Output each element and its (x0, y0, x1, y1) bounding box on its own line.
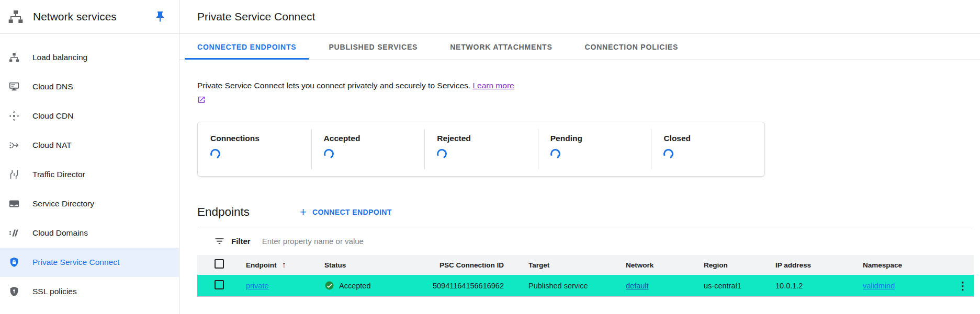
stat-connections: Connections (198, 122, 311, 176)
filter-icon[interactable] (214, 236, 225, 247)
sidebar-item-load-balancing[interactable]: Load balancing (0, 43, 179, 72)
select-all-checkbox-cell (197, 259, 246, 271)
sidebar-item-cloud-cdn[interactable]: Cloud CDN (0, 101, 179, 131)
filter-bar: Filter (197, 227, 974, 255)
row-actions-cell: ⋮ (958, 281, 975, 291)
status-cell: Accepted (324, 281, 412, 290)
sort-ascending-icon: ↑ (281, 260, 286, 270)
endpoints-table: Filter Endpoint ↑ Status PSC Connection … (197, 227, 974, 297)
row-checkbox-cell (197, 280, 246, 291)
sidebar-item-private-service-connect[interactable]: Private Service Connect (0, 248, 179, 277)
load-balancing-icon (8, 51, 20, 64)
stat-label: Rejected (437, 134, 538, 143)
cloud-domains-icon (8, 227, 20, 239)
endpoints-header-row: Endpoints + CONNECT ENDPOINT (197, 203, 980, 222)
table-row: private Accepted 50941164156616962 Publi… (197, 275, 974, 297)
connect-endpoint-button-label: CONNECT ENDPOINT (312, 208, 392, 216)
column-header-network[interactable]: Network (626, 261, 704, 269)
stat-closed: Closed (651, 122, 764, 176)
row-checkbox[interactable] (215, 280, 224, 289)
stat-label: Closed (663, 134, 764, 143)
column-header-region[interactable]: Region (704, 261, 775, 269)
connect-endpoint-button[interactable]: + CONNECT ENDPOINT (300, 206, 392, 218)
service-directory-icon (8, 197, 20, 210)
description-text: Private Service Connect lets you connect… (197, 81, 470, 90)
sidebar-item-label: Cloud Domains (32, 228, 88, 238)
sidebar-item-label: Service Directory (32, 199, 94, 208)
sidebar-item-ssl-policies[interactable]: SSL policies (0, 277, 179, 306)
cloud-dns-icon (8, 80, 20, 93)
namespace-link[interactable]: validmind (863, 282, 895, 290)
page-title: Private Service Connect (197, 10, 315, 23)
sidebar: Network services Load balancing Cloud DN… (0, 0, 179, 314)
sidebar-item-label: Cloud CDN (32, 111, 73, 121)
tab-network-attachments[interactable]: NETWORK ATTACHMENTS (437, 34, 565, 60)
network-services-icon (7, 8, 24, 25)
tab-connected-endpoints[interactable]: CONNECTED ENDPOINTS (185, 34, 309, 60)
target-cell: Published service (528, 282, 626, 290)
learn-more-link[interactable]: Learn more (472, 81, 514, 90)
stat-label: Accepted (324, 134, 425, 143)
traffic-director-icon (8, 168, 20, 181)
sidebar-item-label: Cloud DNS (32, 82, 73, 91)
accepted-check-icon (324, 281, 334, 290)
column-header-status[interactable]: Status (324, 261, 412, 269)
loading-spinner-icon (322, 147, 335, 160)
loading-spinner-icon (436, 147, 448, 160)
table-header-row: Endpoint ↑ Status PSC Connection ID Targ… (197, 255, 974, 275)
column-header-namespace[interactable]: Namespace (863, 261, 958, 269)
shield-key-icon (8, 285, 20, 298)
kebab-menu-icon[interactable]: ⋮ (958, 280, 968, 292)
stat-pending: Pending (538, 122, 651, 176)
stat-label: Pending (550, 134, 651, 143)
select-all-checkbox[interactable] (215, 259, 224, 269)
sidebar-item-label: Traffic Director (32, 170, 85, 179)
endpoints-heading: Endpoints (197, 205, 250, 219)
cloud-nat-icon (8, 139, 20, 152)
sidebar-item-label: Cloud NAT (32, 141, 72, 150)
sidebar-header: Network services (0, 0, 179, 34)
column-header-ip-address[interactable]: IP address (775, 261, 863, 269)
sidebar-item-traffic-director[interactable]: Traffic Director (0, 160, 179, 189)
cloud-cdn-icon (8, 110, 20, 122)
loading-spinner-icon (209, 147, 221, 160)
open-in-new-icon[interactable] (197, 96, 206, 104)
push-pin-icon[interactable] (154, 10, 166, 23)
connection-stats-card: Connections Accepted Rejected Pending Cl… (197, 122, 765, 177)
status-text: Accepted (339, 282, 370, 290)
loading-spinner-icon (549, 147, 561, 160)
sidebar-title: Network services (33, 10, 117, 23)
region-cell: us-central1 (704, 282, 775, 290)
loading-spinner-icon (662, 147, 675, 160)
column-header-psc-connection-id[interactable]: PSC Connection ID (412, 261, 528, 269)
sidebar-item-cloud-nat[interactable]: Cloud NAT (0, 131, 179, 160)
shield-lock-icon (8, 256, 20, 269)
stat-rejected: Rejected (424, 122, 538, 176)
tab-bar: CONNECTED ENDPOINTS PUBLISHED SERVICES N… (179, 34, 980, 60)
main-content: Private Service Connect CONNECTED ENDPOI… (179, 0, 980, 314)
tab-published-services[interactable]: PUBLISHED SERVICES (316, 34, 430, 60)
network-link[interactable]: default (626, 282, 649, 290)
filter-label: Filter (231, 237, 251, 246)
sidebar-nav: Load balancing Cloud DNS Cloud CDN Cloud… (0, 34, 179, 306)
tab-connection-policies[interactable]: CONNECTION POLICIES (572, 34, 691, 60)
psc-connection-id-cell: 50941164156616962 (412, 282, 528, 290)
private-service-connect-page: Network services Load balancing Cloud DN… (0, 0, 980, 314)
page-header: Private Service Connect (179, 0, 980, 34)
endpoint-link[interactable]: private (246, 282, 269, 290)
sidebar-item-cloud-domains[interactable]: Cloud Domains (0, 218, 179, 248)
sidebar-item-service-directory[interactable]: Service Directory (0, 189, 179, 218)
sidebar-item-label: SSL policies (32, 287, 77, 296)
description-block: Private Service Connect lets you connect… (179, 60, 980, 122)
description-line: Private Service Connect lets you connect… (197, 80, 980, 91)
sidebar-item-label: Private Service Connect (32, 258, 119, 267)
filter-input[interactable] (262, 237, 974, 246)
stat-label: Connections (210, 134, 311, 143)
stat-accepted: Accepted (311, 122, 425, 176)
ip-address-cell: 10.0.1.2 (775, 282, 863, 290)
plus-icon: + (300, 206, 307, 218)
column-header-target[interactable]: Target (528, 261, 626, 269)
sidebar-item-cloud-dns[interactable]: Cloud DNS (0, 72, 179, 101)
sidebar-item-label: Load balancing (32, 53, 87, 62)
column-header-endpoint[interactable]: Endpoint ↑ (246, 260, 324, 270)
